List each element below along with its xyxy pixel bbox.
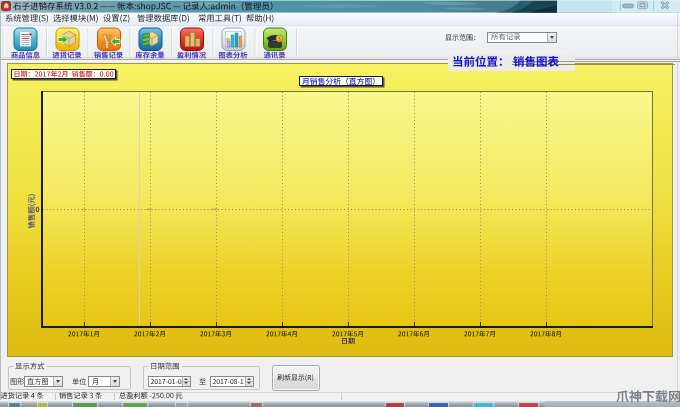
svg-text:¥: ¥ <box>103 32 112 52</box>
svg-text:$: $ <box>278 36 281 42</box>
